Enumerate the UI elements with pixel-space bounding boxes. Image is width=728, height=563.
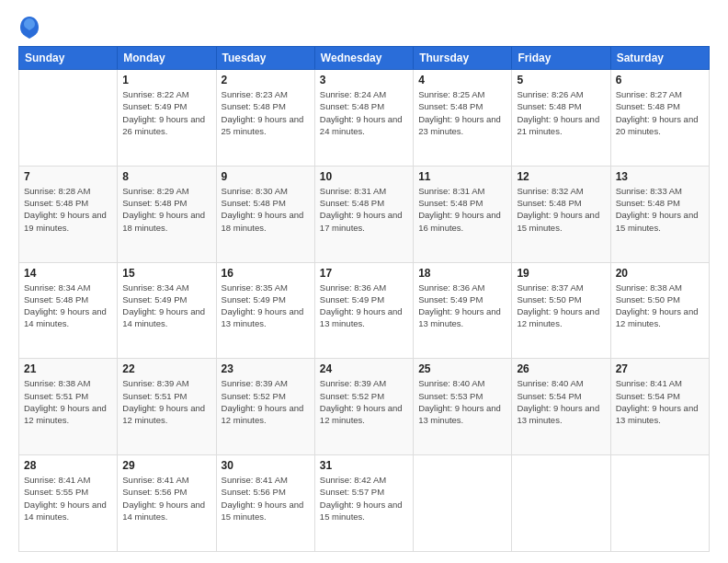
week-row-1: 7Sunrise: 8:28 AMSunset: 5:48 PMDaylight… xyxy=(19,166,710,262)
calendar-cell: 13Sunrise: 8:33 AMSunset: 5:48 PMDayligh… xyxy=(610,166,709,262)
day-number: 26 xyxy=(517,362,605,375)
header xyxy=(18,15,710,40)
calendar-cell: 29Sunrise: 8:41 AMSunset: 5:56 PMDayligh… xyxy=(118,455,216,552)
calendar-cell: 19Sunrise: 8:37 AMSunset: 5:50 PMDayligh… xyxy=(512,262,610,359)
calendar-cell: 7Sunrise: 8:28 AMSunset: 5:48 PMDaylight… xyxy=(19,166,118,262)
calendar-cell: 27Sunrise: 8:41 AMSunset: 5:54 PMDayligh… xyxy=(610,359,709,455)
day-info: Sunrise: 8:22 AMSunset: 5:49 PMDaylight:… xyxy=(122,88,210,137)
calendar-cell xyxy=(414,455,512,552)
weekday-header-monday: Monday xyxy=(118,47,216,70)
day-number: 14 xyxy=(24,267,112,280)
weekday-header-tuesday: Tuesday xyxy=(216,47,314,70)
day-info: Sunrise: 8:24 AMSunset: 5:48 PMDaylight:… xyxy=(320,88,408,137)
day-info: Sunrise: 8:31 AMSunset: 5:48 PMDaylight:… xyxy=(418,185,506,234)
day-number: 20 xyxy=(616,267,704,280)
day-info: Sunrise: 8:39 AMSunset: 5:52 PMDaylight:… xyxy=(222,377,310,426)
day-number: 8 xyxy=(122,170,210,183)
calendar-cell: 8Sunrise: 8:29 AMSunset: 5:48 PMDaylight… xyxy=(118,166,216,262)
day-number: 9 xyxy=(222,170,310,183)
day-info: Sunrise: 8:34 AMSunset: 5:48 PMDaylight:… xyxy=(24,282,112,330)
day-info: Sunrise: 8:33 AMSunset: 5:48 PMDaylight:… xyxy=(616,185,704,234)
day-info: Sunrise: 8:38 AMSunset: 5:50 PMDaylight:… xyxy=(616,282,704,330)
day-number: 28 xyxy=(24,459,112,472)
calendar-cell: 6Sunrise: 8:27 AMSunset: 5:48 PMDaylight… xyxy=(610,70,709,167)
day-number: 3 xyxy=(320,74,408,86)
weekday-header-row: SundayMondayTuesdayWednesdayThursdayFrid… xyxy=(19,47,710,70)
day-number: 2 xyxy=(222,74,310,86)
calendar-cell: 9Sunrise: 8:30 AMSunset: 5:48 PMDaylight… xyxy=(216,166,314,262)
day-info: Sunrise: 8:28 AMSunset: 5:48 PMDaylight:… xyxy=(24,185,112,234)
calendar-cell: 23Sunrise: 8:39 AMSunset: 5:52 PMDayligh… xyxy=(216,359,314,455)
calendar-cell xyxy=(512,455,610,552)
day-number: 27 xyxy=(616,362,704,375)
day-info: Sunrise: 8:25 AMSunset: 5:48 PMDaylight:… xyxy=(418,88,506,137)
day-info: Sunrise: 8:41 AMSunset: 5:54 PMDaylight:… xyxy=(616,377,704,426)
calendar-cell: 26Sunrise: 8:40 AMSunset: 5:54 PMDayligh… xyxy=(512,359,610,455)
calendar-cell: 12Sunrise: 8:32 AMSunset: 5:48 PMDayligh… xyxy=(512,166,610,262)
calendar-cell: 22Sunrise: 8:39 AMSunset: 5:51 PMDayligh… xyxy=(118,359,216,455)
day-info: Sunrise: 8:41 AMSunset: 5:56 PMDaylight:… xyxy=(222,474,310,523)
day-number: 11 xyxy=(418,170,506,183)
day-number: 6 xyxy=(616,74,704,86)
day-info: Sunrise: 8:40 AMSunset: 5:54 PMDaylight:… xyxy=(517,377,605,426)
day-info: Sunrise: 8:39 AMSunset: 5:51 PMDaylight:… xyxy=(122,377,210,426)
calendar-cell: 18Sunrise: 8:36 AMSunset: 5:49 PMDayligh… xyxy=(414,262,512,359)
calendar-cell: 4Sunrise: 8:25 AMSunset: 5:48 PMDaylight… xyxy=(414,70,512,167)
day-number: 10 xyxy=(320,170,408,183)
day-number: 25 xyxy=(418,362,506,375)
calendar-cell: 15Sunrise: 8:34 AMSunset: 5:49 PMDayligh… xyxy=(118,262,216,359)
day-info: Sunrise: 8:34 AMSunset: 5:49 PMDaylight:… xyxy=(122,282,210,330)
day-number: 29 xyxy=(122,459,210,472)
day-number: 19 xyxy=(517,267,605,280)
day-info: Sunrise: 8:26 AMSunset: 5:48 PMDaylight:… xyxy=(517,88,605,137)
day-number: 30 xyxy=(222,459,310,472)
weekday-header-friday: Friday xyxy=(512,47,610,70)
day-number: 4 xyxy=(418,74,506,86)
day-number: 21 xyxy=(24,362,112,375)
calendar-cell: 28Sunrise: 8:41 AMSunset: 5:55 PMDayligh… xyxy=(19,455,118,552)
calendar-cell: 3Sunrise: 8:24 AMSunset: 5:48 PMDaylight… xyxy=(314,70,413,167)
day-number: 24 xyxy=(320,362,408,375)
page: SundayMondayTuesdayWednesdayThursdayFrid… xyxy=(0,0,728,563)
weekday-header-thursday: Thursday xyxy=(414,47,512,70)
day-info: Sunrise: 8:38 AMSunset: 5:51 PMDaylight:… xyxy=(24,377,112,426)
logo-icon xyxy=(18,15,40,40)
weekday-header-saturday: Saturday xyxy=(610,47,709,70)
week-row-0: 1Sunrise: 8:22 AMSunset: 5:49 PMDaylight… xyxy=(19,70,710,167)
day-info: Sunrise: 8:42 AMSunset: 5:57 PMDaylight:… xyxy=(320,474,408,523)
day-info: Sunrise: 8:37 AMSunset: 5:50 PMDaylight:… xyxy=(517,282,605,330)
calendar-cell: 1Sunrise: 8:22 AMSunset: 5:49 PMDaylight… xyxy=(118,70,216,167)
day-info: Sunrise: 8:32 AMSunset: 5:48 PMDaylight:… xyxy=(517,185,605,234)
day-number: 5 xyxy=(517,74,605,86)
calendar-cell: 31Sunrise: 8:42 AMSunset: 5:57 PMDayligh… xyxy=(314,455,413,552)
day-number: 16 xyxy=(222,267,310,280)
day-number: 23 xyxy=(222,362,310,375)
day-number: 7 xyxy=(24,170,112,183)
day-number: 12 xyxy=(517,170,605,183)
week-row-3: 21Sunrise: 8:38 AMSunset: 5:51 PMDayligh… xyxy=(19,359,710,455)
week-row-2: 14Sunrise: 8:34 AMSunset: 5:48 PMDayligh… xyxy=(19,262,710,359)
calendar-cell: 24Sunrise: 8:39 AMSunset: 5:52 PMDayligh… xyxy=(314,359,413,455)
calendar-cell: 16Sunrise: 8:35 AMSunset: 5:49 PMDayligh… xyxy=(216,262,314,359)
day-number: 22 xyxy=(122,362,210,375)
day-number: 15 xyxy=(122,267,210,280)
day-info: Sunrise: 8:36 AMSunset: 5:49 PMDaylight:… xyxy=(320,282,408,330)
day-info: Sunrise: 8:30 AMSunset: 5:48 PMDaylight:… xyxy=(222,185,310,234)
day-info: Sunrise: 8:41 AMSunset: 5:55 PMDaylight:… xyxy=(24,474,112,523)
day-info: Sunrise: 8:41 AMSunset: 5:56 PMDaylight:… xyxy=(122,474,210,523)
day-number: 17 xyxy=(320,267,408,280)
day-info: Sunrise: 8:35 AMSunset: 5:49 PMDaylight:… xyxy=(222,282,310,330)
calendar-cell: 25Sunrise: 8:40 AMSunset: 5:53 PMDayligh… xyxy=(414,359,512,455)
weekday-header-sunday: Sunday xyxy=(19,47,118,70)
week-row-4: 28Sunrise: 8:41 AMSunset: 5:55 PMDayligh… xyxy=(19,455,710,552)
day-info: Sunrise: 8:23 AMSunset: 5:48 PMDaylight:… xyxy=(222,88,310,137)
weekday-header-wednesday: Wednesday xyxy=(314,47,413,70)
calendar-table: SundayMondayTuesdayWednesdayThursdayFrid… xyxy=(18,46,710,552)
calendar-cell: 21Sunrise: 8:38 AMSunset: 5:51 PMDayligh… xyxy=(19,359,118,455)
calendar-cell: 14Sunrise: 8:34 AMSunset: 5:48 PMDayligh… xyxy=(19,262,118,359)
calendar-cell: 2Sunrise: 8:23 AMSunset: 5:48 PMDaylight… xyxy=(216,70,314,167)
day-info: Sunrise: 8:29 AMSunset: 5:48 PMDaylight:… xyxy=(122,185,210,234)
day-number: 1 xyxy=(122,74,210,86)
day-number: 18 xyxy=(418,267,506,280)
calendar-cell: 11Sunrise: 8:31 AMSunset: 5:48 PMDayligh… xyxy=(414,166,512,262)
